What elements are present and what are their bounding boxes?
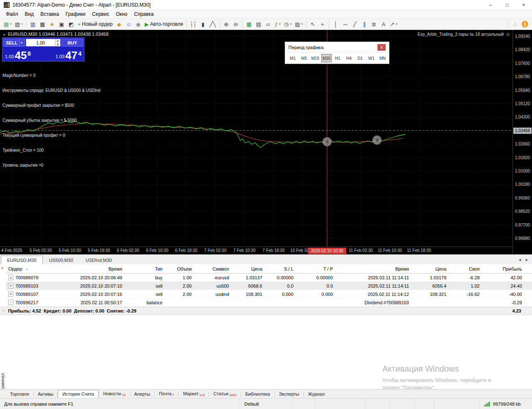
market-watch-button[interactable]: ▥ [28,19,38,29]
indicators-button[interactable]: ƒ▾ [273,19,283,29]
terminal-close-button[interactable]: × [1,266,4,271]
column-header-5[interactable]: Цена [232,266,265,271]
tile-windows-button[interactable]: ▦ [244,19,254,29]
notifications-button[interactable]: 1 [520,19,530,29]
mql-community-button[interactable]: ◉ [133,19,143,29]
terminal-tab-2[interactable]: История Счета [58,390,99,398]
auto-trading-button[interactable]: ▶Авто-торговля [143,19,185,29]
equidistant-channel-button[interactable]: ∥ [360,19,369,29]
column-header-6[interactable]: S / L [265,266,296,271]
chart-tab-0[interactable]: EURUSD,M30 [1,256,43,264]
minimize-button[interactable]: – [482,0,499,10]
period-m15-button[interactable]: M15 [310,54,320,62]
spinner-down-icon[interactable]: ▼ [55,43,60,47]
period-w1-button[interactable]: W1 [366,54,377,62]
terminal-tab-1[interactable]: Активы [34,390,57,398]
zoom-tool-button[interactable]: ◌ [510,19,520,29]
period-h1-button[interactable]: H1 [332,54,343,62]
trendline-button[interactable]: ╱ [350,19,360,29]
restore-button[interactable]: □ [499,0,515,10]
period-h4-button[interactable]: H4 [344,54,354,62]
chart-tab-1[interactable]: US500,M30 [43,256,79,264]
period-m30-button[interactable]: M30 [321,54,332,62]
terminal-tab-5[interactable]: Почта7 [155,390,178,398]
crosshair-button[interactable]: + [318,19,327,29]
terminal-tab-8[interactable]: Библиотека [241,390,274,398]
timeframes-button[interactable]: ◷▾ [283,19,293,29]
dialog-close-button[interactable]: x [377,44,386,51]
terminal-panel-button[interactable]: ▣ [57,19,66,29]
arrow-objects-button[interactable]: ↗▾ [388,19,399,29]
order-number: 700989107 [15,292,38,297]
column-header-0[interactable]: Ордер▵ [6,266,53,271]
history-row[interactable]: ▼7009891032025.02.10 20:07:10sell2.00us5… [6,282,532,290]
metaeditor-button[interactable]: ◆ [114,19,124,29]
period-mn-button[interactable]: MN [377,54,388,62]
status-profile[interactable]: Default [240,399,292,409]
column-header-4[interactable]: Символ [194,266,232,271]
terminal-tab-7[interactable]: Статьи1850 [209,390,240,398]
column-header-1[interactable]: Время [53,266,125,271]
volume-field[interactable]: 1.00 ▲ ▼ [26,39,61,47]
templates-button[interactable]: ▨▾ [293,19,304,29]
cascade-windows-button[interactable]: ▱ [264,19,273,29]
period-m1-button[interactable]: M1 [288,54,298,62]
chart-bars-button[interactable]: ┆┆ [188,19,198,29]
column-header-2[interactable]: Тип [125,266,165,271]
vertical-line-button[interactable]: │ [331,19,340,29]
chart-candles-button[interactable]: ▮ [198,19,208,29]
terminal-tab-4[interactable]: Алерты [130,390,155,398]
menu-item-0[interactable]: Файл [2,10,22,18]
column-header-3[interactable]: Объем [165,266,194,271]
profiles-button[interactable]: ▧▾ [13,19,25,29]
strategy-tester-button[interactable]: ◩ [66,19,76,29]
period-dialog-titlebar[interactable]: Период графика x [285,42,389,53]
fibonacci-button[interactable]: ≣ [369,19,379,29]
close-button[interactable]: × [515,0,532,10]
column-header-11[interactable]: Прибыль [482,266,525,271]
navigator-button[interactable]: ★ [47,19,57,29]
history-row[interactable]: +7009962172025.02.11 00:50:17balanceDivi… [6,298,532,307]
text-label-button[interactable]: A [379,19,388,29]
zoom-in-button[interactable]: ⊕ [222,19,231,29]
history-row[interactable]: ▲7009890792025.02.10 20:06:49buy1.00euru… [6,273,532,282]
new-order-button[interactable]: +Новый ордер [76,19,114,29]
sell-button[interactable]: SELL ▾ [3,39,25,47]
terminal-tab-9[interactable]: Эксперты [275,390,303,398]
zoom-out-button[interactable]: ⊖ [231,19,241,29]
time-axis[interactable]: 4 Feb 20255 Feb 02:305 Feb 10:305 Feb 18… [0,246,512,254]
expert-smiley-icon[interactable]: ☺ [506,32,510,37]
menu-item-2[interactable]: Вставка [37,10,62,18]
buy-button[interactable]: BUY [62,39,83,47]
terminal-tab-3[interactable]: Новости79 [99,390,130,398]
menu-item-1[interactable]: Вид [22,10,37,18]
menu-item-4[interactable]: Сервис [89,10,113,18]
menu-item-5[interactable]: Окно [113,10,131,18]
column-header-10[interactable]: Своп [449,266,482,271]
terminal-tab-0[interactable]: Торговля [6,390,33,398]
horizontal-line-button[interactable]: ─ [340,19,350,29]
column-header-9[interactable]: Цена [411,266,449,271]
column-header-7[interactable]: T / P [296,266,335,271]
chart-tab-2[interactable]: USDInd,M30 [79,256,118,264]
menu-item-3[interactable]: Графики [62,10,89,18]
menu-item-6[interactable]: Справка [131,10,157,18]
terminal-tab-6[interactable]: Маркет118 [179,390,209,398]
data-window-button[interactable]: ▦ [38,19,47,29]
new-chart-button[interactable]: ▤▾ [2,19,13,29]
spinner-up-icon[interactable]: ▲ [55,39,60,43]
arrange-windows-button[interactable]: ▤ [254,19,264,29]
tab-scroll-right-icon[interactable]: ► [525,258,529,262]
period-m5-button[interactable]: M5 [299,54,309,62]
price-axis[interactable]: 1.03458 1.092401.084201.076001.067801.05… [512,30,532,254]
terminal-tab-10[interactable]: Журнал [304,390,329,398]
column-header-8[interactable]: Время [335,266,411,271]
time-label: 5 Feb 02:30 [30,248,52,253]
history-row[interactable]: ▼7009891072025.02.10 20:07:16sell2.00usd… [6,290,532,298]
cursor-button[interactable]: ↖ [308,19,318,29]
expert-advisors-button[interactable]: ☺ [124,19,133,29]
period-d1-button[interactable]: D1 [355,54,365,62]
tab-scroll-left-icon[interactable]: ◄ [518,258,522,262]
chart-line-button[interactable]: ╱╲ [208,19,218,29]
sell-dropdown-icon[interactable]: ▾ [19,39,22,46]
